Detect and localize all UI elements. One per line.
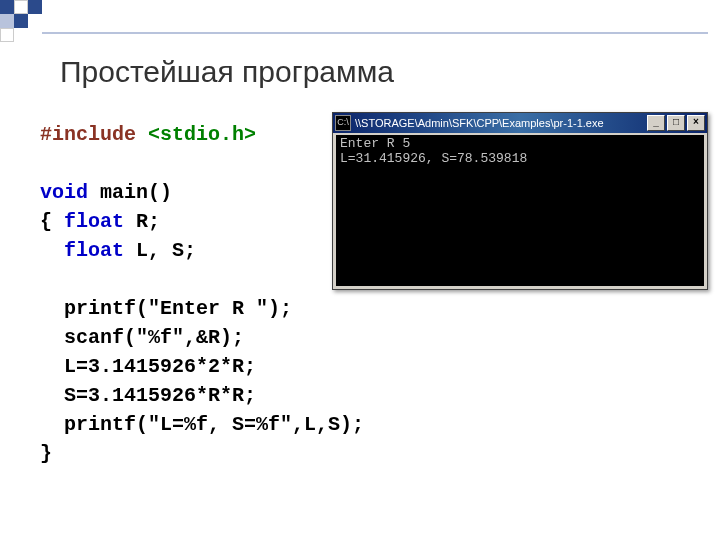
code-scanf: scanf("%f",&R); — [40, 326, 244, 349]
code-kw-float1: float — [64, 210, 124, 233]
console-window: C:\ \\STORAGE\Admin\SFK\CPP\Examples\pr-… — [332, 112, 708, 290]
header-rule — [42, 32, 708, 34]
console-icon: C:\ — [335, 115, 351, 131]
code-var-ls: L, S; — [124, 239, 196, 262]
page-title: Простейшая программа — [60, 55, 394, 89]
code-printf1: printf("Enter R "); — [40, 297, 292, 320]
maximize-button[interactable]: □ — [667, 115, 685, 131]
console-titlebar: C:\ \\STORAGE\Admin\SFK\CPP\Examples\pr-… — [333, 113, 707, 133]
console-output: Enter R 5 L=31.415926, S=78.539818 — [336, 135, 704, 286]
code-kw-void: void — [40, 181, 88, 204]
minimize-button[interactable]: _ — [647, 115, 665, 131]
code-printf2: printf("L=%f, S=%f",L,S); — [40, 413, 364, 436]
console-line2: L=31.415926, S=78.539818 — [340, 151, 527, 166]
close-button[interactable]: × — [687, 115, 705, 131]
code-indent — [40, 239, 64, 262]
code-kw-float2: float — [64, 239, 124, 262]
code-brace-close: } — [40, 442, 52, 465]
code-block: #include <stdio.h> void main() { float R… — [40, 120, 364, 468]
code-include: #include — [40, 123, 148, 146]
code-header: <stdio.h> — [148, 123, 256, 146]
code-brace-open: { — [40, 210, 64, 233]
code-main-sig: main() — [88, 181, 172, 204]
code-calc-l: L=3.1415926*2*R; — [40, 355, 256, 378]
console-path: \\STORAGE\Admin\SFK\CPP\Examples\pr-1-1.… — [355, 117, 645, 129]
code-var-r: R; — [124, 210, 160, 233]
code-calc-s: S=3.1415926*R*R; — [40, 384, 256, 407]
console-line1: Enter R 5 — [340, 136, 410, 151]
corner-decoration — [0, 0, 60, 40]
